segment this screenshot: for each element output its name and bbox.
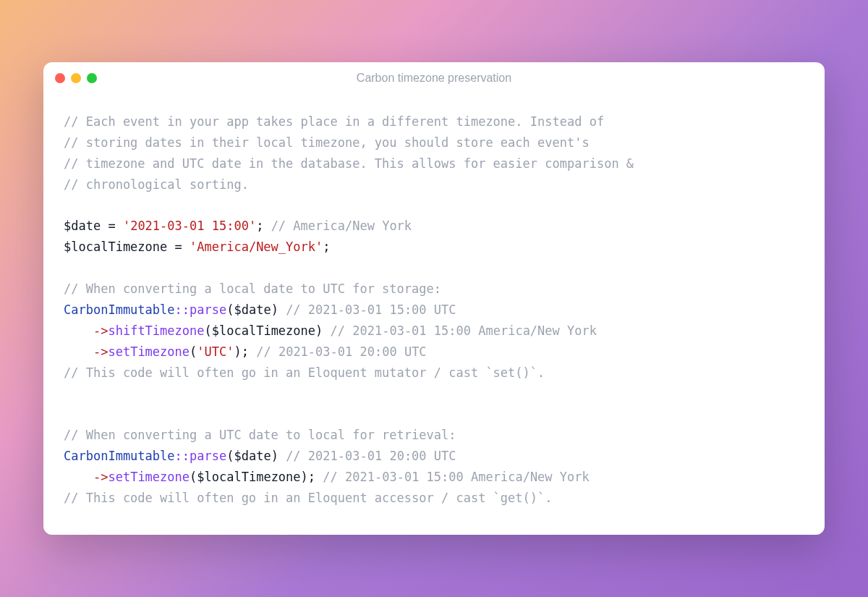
code-punct: ( [190,470,197,484]
close-icon[interactable] [55,73,65,83]
code-function: parse [190,302,226,317]
code-comment: // America/New York [263,219,412,233]
code-string: '2021-03-01 15:00' [123,219,256,233]
code-punct: ; [308,470,315,484]
code-function: setTimezone [108,344,190,359]
code-punct: ) [234,344,241,359]
code-comment: // When converting a UTC date to local f… [64,428,456,442]
code-variable: $localTimezone [197,470,300,484]
code-punct: ) [271,302,278,317]
code-window: Carbon timezone preservation // Each eve… [43,62,825,535]
code-comment: // 2021-03-01 15:00 America/New York [323,323,597,338]
code-arrow: -> [93,470,108,484]
code-indent [64,323,93,338]
code-comment: // 2021-03-01 20:00 UTC [249,344,427,359]
code-operator: = [101,219,123,233]
code-function: shiftTimezone [108,323,204,338]
code-punct: ) [315,323,323,338]
code-variable: $localTimezone [212,323,315,338]
code-punct: ) [301,470,308,484]
code-punct: ( [226,302,234,317]
code-class: CarbonImmutable [64,302,175,317]
maximize-icon[interactable] [87,73,97,83]
traffic-lights [55,73,97,83]
code-comment: // When converting a local date to UTC f… [64,281,441,296]
code-punct: ( [190,344,197,359]
code-punct: ; [242,344,249,359]
window-title: Carbon timezone preservation [43,72,825,85]
code-indent [64,470,93,484]
code-arrow: -> [93,323,108,338]
code-punct: ( [226,449,234,463]
code-indent [64,344,93,359]
code-variable: $date [234,302,271,317]
code-variable: $date [64,219,101,233]
code-comment: // timezone and UTC date in the database… [64,156,634,171]
code-class: CarbonImmutable [64,449,175,463]
code-variable: $date [234,449,271,463]
code-scope: :: [175,449,190,463]
code-arrow: -> [93,344,108,359]
titlebar: Carbon timezone preservation [43,62,825,94]
code-comment: // storing dates in their local timezone… [64,135,590,150]
code-punct: ) [271,449,278,463]
code-scope: :: [175,302,190,317]
code-function: parse [190,449,226,463]
code-string: 'UTC' [197,344,234,359]
code-comment: // 2021-03-01 20:00 UTC [278,449,456,463]
code-punct: ( [205,323,212,338]
code-punct: ; [323,240,330,254]
code-comment: // This code will often go in an Eloquen… [64,365,545,380]
code-comment: // 2021-03-01 15:00 UTC [278,302,456,317]
code-operator: = [167,240,190,254]
code-variable: $localTimezone [64,240,167,254]
code-comment: // This code will often go in an Eloquen… [64,491,553,505]
code-function: setTimezone [108,470,190,484]
code-string: 'America/New_York' [190,240,323,254]
code-comment: // 2021-03-01 15:00 America/New York [315,470,590,484]
code-punct: ; [256,219,263,233]
code-area[interactable]: // Each event in your app takes place in… [43,94,825,535]
code-comment: // chronological sorting. [64,177,249,192]
code-comment: // Each event in your app takes place in… [64,114,604,129]
minimize-icon[interactable] [71,73,81,83]
